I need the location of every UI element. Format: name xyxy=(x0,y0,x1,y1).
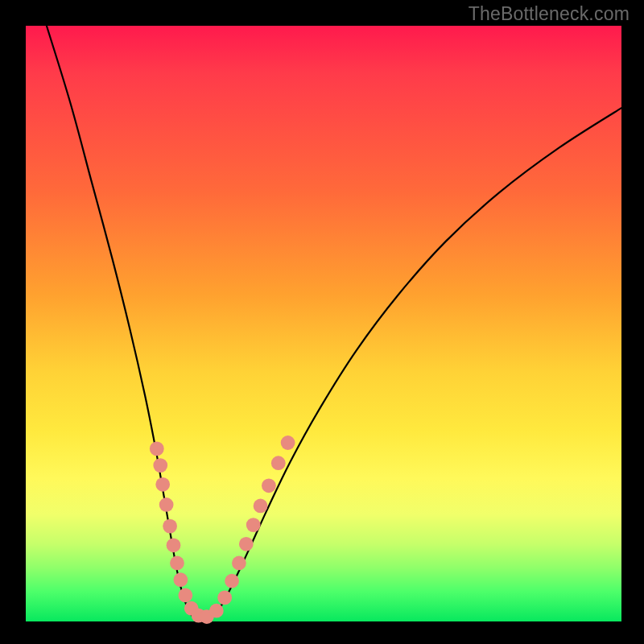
watermark-text: TheBottleneck.com xyxy=(469,3,630,25)
plot-area xyxy=(26,26,621,621)
chart-frame: TheBottleneck.com xyxy=(0,0,644,644)
